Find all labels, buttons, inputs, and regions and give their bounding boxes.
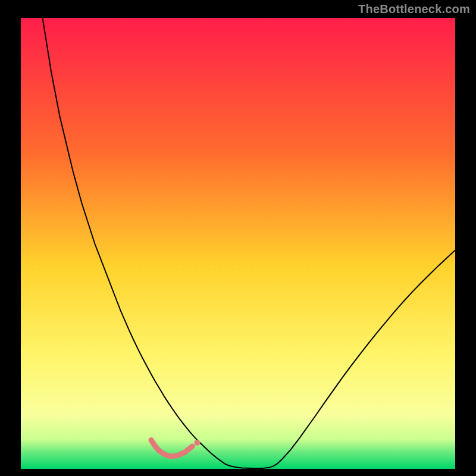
- bottleneck-chart: [21, 18, 455, 469]
- plot-background: [21, 18, 455, 469]
- watermark-text: TheBottleneck.com: [358, 2, 470, 16]
- chart-stage: TheBottleneck.com: [0, 0, 476, 476]
- optimum-end-marker: [194, 440, 200, 446]
